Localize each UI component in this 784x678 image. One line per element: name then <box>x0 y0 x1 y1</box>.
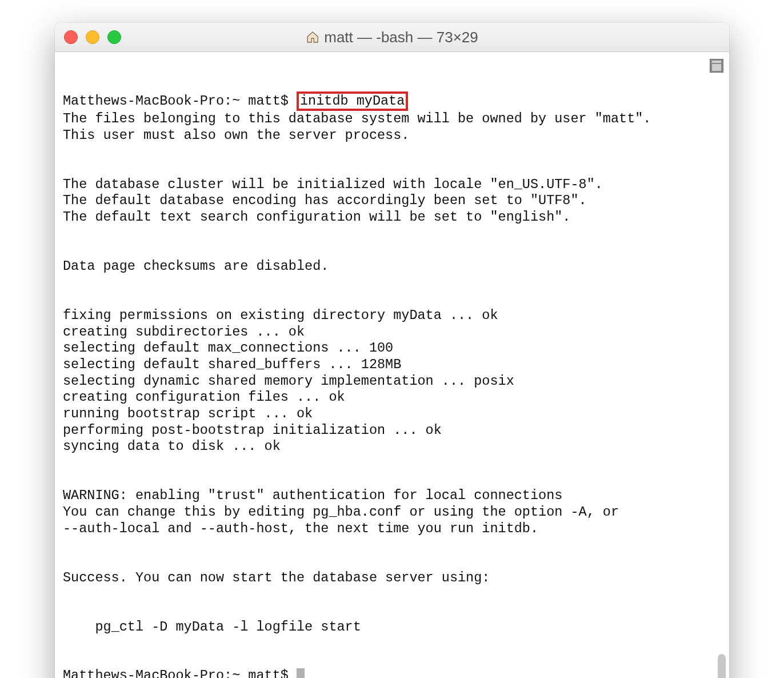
minimize-window-button[interactable] <box>86 30 99 44</box>
terminal-window: matt — -bash — 73×29 Matthews-MacBook-Pr… <box>55 23 729 678</box>
home-icon <box>306 30 319 44</box>
window-title: matt — -bash — 73×29 <box>306 29 478 46</box>
output-block: fixing permissions on existing directory… <box>63 308 721 455</box>
close-window-button[interactable] <box>64 30 78 44</box>
output-block: pg_ctl -D myData -l logfile start <box>63 619 721 636</box>
terminal-body[interactable]: Matthews-MacBook-Pro:~ matt$ initdb myDa… <box>55 52 729 678</box>
prompt-prefix: Matthews-MacBook-Pro:~ matt$ <box>63 668 297 678</box>
output-block: The database cluster will be initialized… <box>63 177 721 226</box>
prompt-line: Matthews-MacBook-Pro:~ matt$ <box>63 668 305 678</box>
cursor <box>297 668 305 678</box>
output-block: The files belonging to this database sys… <box>63 111 721 143</box>
prompt-line: Matthews-MacBook-Pro:~ matt$ initdb myDa… <box>63 93 408 109</box>
scroll-to-top-icon[interactable] <box>710 59 723 73</box>
output-block: Success. You can now start the database … <box>63 570 721 587</box>
titlebar[interactable]: matt — -bash — 73×29 <box>55 23 729 52</box>
window-title-text: matt — -bash — 73×29 <box>324 29 478 46</box>
output-block: Data page checksums are disabled. <box>63 258 721 275</box>
zoom-window-button[interactable] <box>107 30 121 44</box>
scrollbar-thumb[interactable] <box>718 654 726 678</box>
prompt-prefix: Matthews-MacBook-Pro:~ matt$ <box>63 93 297 109</box>
output-block: WARNING: enabling "trust" authentication… <box>63 488 721 537</box>
highlighted-command: initdb myData <box>297 91 408 111</box>
traffic-lights <box>64 30 121 44</box>
